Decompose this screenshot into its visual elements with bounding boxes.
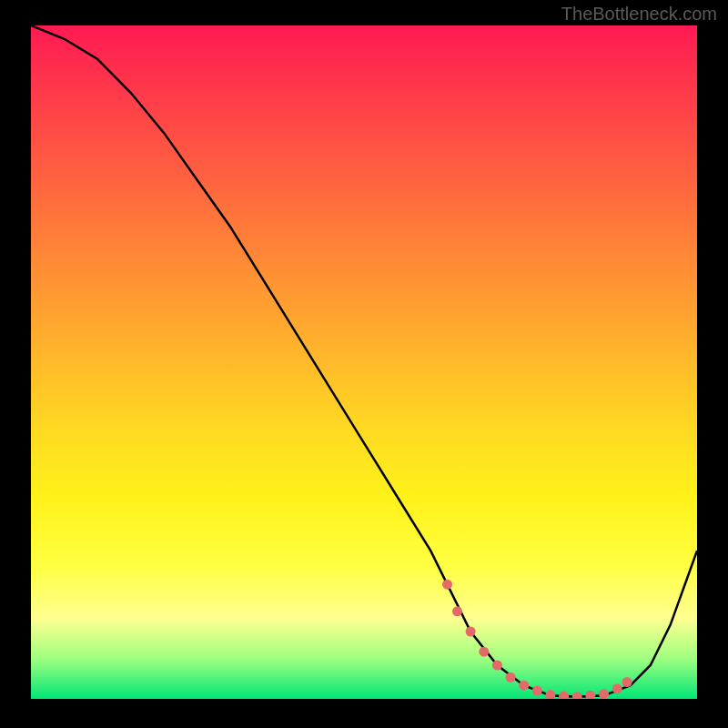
chart-svg <box>31 25 697 699</box>
marker-dot <box>519 681 529 691</box>
marker-dot <box>572 692 582 699</box>
marker-dot <box>622 677 632 687</box>
marker-dot <box>466 627 476 637</box>
marker-dot <box>492 661 502 671</box>
marker-dot <box>559 692 569 700</box>
watermark-text: TheBottleneck.com <box>561 4 717 25</box>
marker-dot <box>532 686 542 696</box>
marker-dot <box>599 689 609 699</box>
marker-dot <box>546 690 556 699</box>
marker-dot <box>612 683 622 693</box>
curve-path <box>31 25 697 697</box>
plot-area <box>31 25 697 699</box>
marker-dot <box>452 606 462 616</box>
marker-dot <box>585 691 595 699</box>
marker-group <box>442 580 632 699</box>
marker-dot <box>479 647 489 657</box>
marker-dot <box>442 580 452 590</box>
marker-dot <box>506 672 516 682</box>
